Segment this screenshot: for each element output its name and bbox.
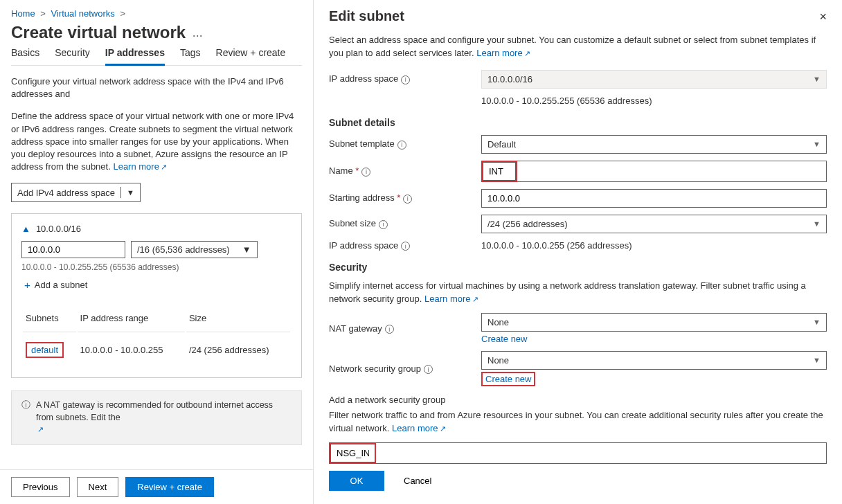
nsg-name-input-rest[interactable] bbox=[376, 442, 827, 464]
add-ipv4-space-button[interactable]: Add IPv4 address space ▼ bbox=[11, 183, 141, 202]
address-space-block: ▲ 10.0.0.0/16 /16 (65,536 addresses) ▼ 1… bbox=[11, 213, 302, 378]
highlight-box bbox=[329, 442, 376, 464]
nsg-select[interactable]: None▼ bbox=[481, 351, 827, 370]
col-size: Size bbox=[186, 305, 290, 332]
subnet-size-select[interactable]: /24 (256 addresses)▼ bbox=[481, 215, 827, 233]
learn-more-link[interactable]: Learn more↗ bbox=[113, 161, 166, 172]
ip-space-2-label: IP address spacei bbox=[329, 240, 474, 251]
ip-space-range-text: 10.0.0.0 - 10.0.255.255 (65536 addresses… bbox=[481, 96, 827, 106]
nsg-name-input[interactable] bbox=[330, 444, 375, 462]
subnet-template-select[interactable]: Default▼ bbox=[481, 135, 827, 154]
name-label: Name *i bbox=[329, 165, 474, 177]
intro-text-1: Configure your virtual network address s… bbox=[11, 75, 302, 100]
chevron-down-icon: ▼ bbox=[242, 244, 251, 255]
col-range: IP address range bbox=[78, 305, 185, 332]
info-icon[interactable]: i bbox=[403, 195, 412, 204]
field-nat-gateway: NAT gatewayi None▼ Create new bbox=[329, 313, 827, 344]
breadcrumb-home[interactable]: Home bbox=[11, 8, 35, 19]
cancel-button[interactable]: Cancel bbox=[393, 471, 442, 491]
close-icon[interactable]: × bbox=[819, 10, 827, 24]
subnet-name-input[interactable] bbox=[483, 162, 516, 181]
external-link-icon: ↗ bbox=[524, 49, 530, 57]
address-space-header: ▲ 10.0.0.0/16 bbox=[21, 224, 292, 234]
learn-more-link[interactable]: Learn more↗ bbox=[424, 294, 478, 304]
nat-gateway-select[interactable]: None▼ bbox=[481, 313, 827, 332]
ip-space-2-text: 10.0.0.0 - 10.0.0.255 (256 addresses) bbox=[481, 240, 827, 251]
plus-icon: + bbox=[24, 279, 30, 291]
panel-title: Edit subnet bbox=[329, 8, 827, 24]
divider-icon bbox=[120, 187, 121, 198]
nat-info-banner: ⓘ A NAT gateway is recommended for outbo… bbox=[11, 390, 302, 445]
tab-security[interactable]: Security bbox=[55, 43, 90, 65]
address-start-input[interactable] bbox=[21, 241, 125, 258]
add-subnet-button[interactable]: + Add a subnet bbox=[24, 279, 292, 291]
field-starting-address: Starting address *i bbox=[329, 189, 827, 208]
external-link-icon: ↗ bbox=[161, 163, 167, 171]
field-nsg: Network security groupi None▼ Create new bbox=[329, 351, 827, 386]
info-icon[interactable]: i bbox=[385, 325, 394, 334]
address-range-note: 10.0.0.0 - 10.0.255.255 (65536 addresses… bbox=[21, 262, 292, 272]
review-create-button[interactable]: Review + create bbox=[125, 477, 214, 497]
external-link-icon[interactable]: ↗ bbox=[37, 425, 44, 433]
nat-create-new-link[interactable]: Create new bbox=[481, 334, 527, 344]
add-subnet-label: Add a subnet bbox=[35, 280, 88, 290]
address-cidr: 10.0.0.0/16 bbox=[36, 224, 81, 234]
ip-space-readonly[interactable]: 10.0.0.0/16▼ bbox=[481, 70, 827, 89]
info-icon[interactable]: i bbox=[397, 141, 406, 150]
nsg-create-new-link[interactable]: Create new bbox=[485, 374, 531, 384]
subnet-name-input-rest[interactable] bbox=[517, 161, 827, 182]
collapse-icon[interactable]: ▲ bbox=[21, 224, 30, 234]
section-subnet-details: Subnet details bbox=[329, 117, 827, 128]
info-icon[interactable]: i bbox=[361, 168, 370, 177]
breadcrumb-sep: > bbox=[40, 8, 46, 19]
size-label: Subnet sizei bbox=[329, 218, 474, 229]
subnet-range: 10.0.0.0 - 10.0.0.255 bbox=[78, 334, 185, 366]
panel-desc-text: Select an address space and configure yo… bbox=[329, 35, 816, 58]
info-icon[interactable]: i bbox=[401, 75, 410, 84]
tab-tags[interactable]: Tags bbox=[180, 43, 201, 65]
learn-more-link[interactable]: Learn more↗ bbox=[392, 423, 445, 433]
starting-address-input[interactable] bbox=[481, 189, 827, 208]
nat-banner-text: A NAT gateway is recommended for outboun… bbox=[36, 400, 273, 422]
panel-desc: Select an address space and configure yo… bbox=[329, 34, 827, 60]
tab-basics[interactable]: Basics bbox=[11, 43, 39, 65]
tab-ip-addresses[interactable]: IP addresses bbox=[105, 43, 165, 65]
wizard-footer: Previous Next Review + create bbox=[0, 469, 313, 504]
breadcrumb: Home > Virtual networks > bbox=[11, 8, 302, 19]
highlight-box: Create new bbox=[481, 372, 535, 386]
page-title-row: Create virtual network ··· bbox=[11, 23, 302, 43]
learn-more-link[interactable]: Learn more↗ bbox=[476, 48, 530, 58]
section-security: Security bbox=[329, 262, 827, 273]
breadcrumb-sep2: > bbox=[120, 8, 125, 19]
breadcrumb-vnets[interactable]: Virtual networks bbox=[51, 8, 115, 19]
chevron-down-icon: ▼ bbox=[127, 188, 134, 197]
start-label: Starting address *i bbox=[329, 192, 474, 204]
field-ip-space-range: 10.0.0.0 - 10.0.255.255 (65536 addresses… bbox=[329, 96, 827, 106]
info-icon[interactable]: i bbox=[401, 242, 410, 251]
ok-button[interactable]: OK bbox=[329, 471, 384, 491]
chevron-down-icon: ▼ bbox=[813, 219, 821, 228]
template-label: Subnet templatei bbox=[329, 138, 474, 150]
info-icon[interactable]: i bbox=[424, 365, 433, 374]
info-icon[interactable]: i bbox=[379, 220, 388, 229]
tab-review-create[interactable]: Review + create bbox=[216, 43, 286, 65]
address-size-select[interactable]: /16 (65,536 addresses) ▼ bbox=[131, 241, 258, 258]
security-desc: Simplify internet access for virtual mac… bbox=[329, 280, 827, 306]
next-button[interactable]: Next bbox=[77, 477, 119, 497]
field-subnet-template: Subnet templatei Default▼ bbox=[329, 135, 827, 154]
field-subnet-size: Subnet sizei /24 (256 addresses)▼ bbox=[329, 215, 827, 233]
previous-button[interactable]: Previous bbox=[11, 477, 70, 497]
col-subnets: Subnets bbox=[23, 305, 76, 332]
nsg-label: Network security groupi bbox=[329, 363, 474, 375]
more-actions-icon[interactable]: ··· bbox=[192, 28, 203, 42]
intro-text-2: Define the address space of your virtual… bbox=[11, 110, 302, 173]
table-row: default 10.0.0.0 - 10.0.0.255 /24 (256 a… bbox=[23, 334, 290, 366]
field-ip-space-2: IP address spacei 10.0.0.0 - 10.0.0.255 … bbox=[329, 240, 827, 251]
highlight-box bbox=[481, 161, 517, 182]
subnet-link-default[interactable]: default bbox=[31, 345, 58, 355]
address-size-label: /16 (65,536 addresses) bbox=[137, 244, 230, 255]
left-pane: Home > Virtual networks > Create virtual… bbox=[0, 0, 313, 504]
subnet-size: /24 (256 addresses) bbox=[186, 334, 290, 366]
chevron-down-icon: ▼ bbox=[813, 75, 821, 83]
highlight-box: default bbox=[26, 342, 64, 358]
